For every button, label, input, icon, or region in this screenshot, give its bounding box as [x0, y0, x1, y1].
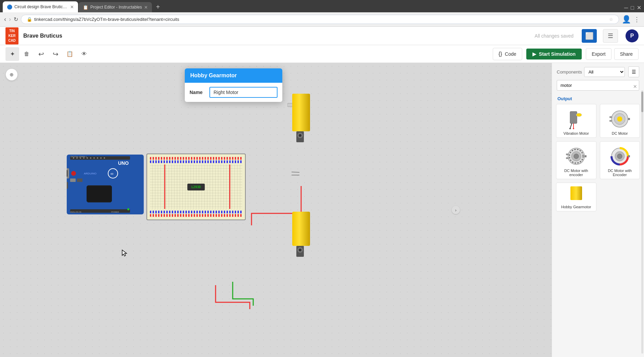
app-header: TINKERCAD Brave Bruticus All changes sav… [0, 27, 644, 45]
scrollbar-track[interactable] [641, 90, 643, 354]
popup-title: Hobby Gearmotor [190, 72, 237, 78]
main-area: ⊕ Hobby Gearmotor Name [0, 63, 644, 357]
code-label: Code [505, 51, 516, 57]
dc-motor-encoder1-card[interactable]: DC Motor with encoder [556, 141, 596, 179]
refresh-button[interactable]: ↻ [14, 16, 18, 23]
svg-point-29 [97, 157, 98, 159]
components-scroll-area[interactable]: Output [552, 94, 644, 357]
list-view-button[interactable]: ☰ [603, 29, 618, 43]
svg-rect-19 [87, 186, 112, 202]
svg-rect-62 [566, 157, 569, 159]
svg-rect-44 [570, 111, 577, 123]
list-toggle-icon: ☰ [632, 69, 636, 75]
svg-point-37 [127, 208, 129, 210]
svg-rect-40 [292, 212, 310, 246]
svg-point-36 [71, 171, 76, 176]
search-clear-icon[interactable]: ✕ [633, 84, 637, 89]
export-button[interactable]: Export [586, 48, 611, 60]
svg-rect-54 [609, 116, 612, 118]
svg-rect-13 [67, 170, 67, 177]
components-grid: Vibration Motor [556, 103, 640, 215]
svg-text:POWER: POWER [111, 211, 119, 213]
tab2-close[interactable]: ✕ [144, 5, 148, 10]
svg-rect-66 [628, 155, 630, 157]
lock-icon: 🔒 [27, 17, 32, 22]
filter-select-row: All [584, 67, 625, 77]
components-header-row: Components All ☰ [552, 63, 644, 79]
dc-motor-encoder2-card[interactable]: DC Motor with Encoder [600, 141, 640, 179]
tab2-favicon: 📋 [83, 5, 88, 10]
redo-button[interactable]: ↪ [49, 47, 62, 61]
start-simulation-button[interactable]: ▶ Start Simulation [526, 49, 582, 60]
forward-button[interactable]: › [9, 16, 11, 23]
vibration-motor-icon [564, 108, 588, 130]
menu-icon[interactable]: ⋮ [634, 16, 640, 23]
svg-rect-35 [77, 178, 82, 182]
circuit-view-button[interactable]: ⬜ [582, 29, 597, 43]
component-popup: Hobby Gearmotor Name [185, 68, 282, 102]
vibration-motor-card[interactable]: Vibration Motor [556, 104, 596, 138]
list-view-toggle[interactable]: ☰ [628, 66, 639, 77]
list-view-icon: ☰ [608, 32, 613, 40]
close-window-button[interactable]: ✕ [637, 4, 641, 11]
play-icon: ▶ [532, 51, 536, 57]
maximize-button[interactable]: □ [631, 5, 634, 11]
scrollbar-thumb[interactable] [641, 92, 643, 112]
undo-button[interactable]: ↩ [34, 47, 48, 61]
note-button[interactable]: 📋 [63, 47, 77, 61]
minimize-button[interactable]: ─ [624, 5, 628, 11]
browser-chrome: 🔵 Circuit design Brave Bruticus | Ti... … [0, 0, 644, 12]
dc-motor-card[interactable]: DC Motor [600, 104, 640, 138]
dc-motor-encoder2-icon [608, 145, 632, 167]
svg-text:ARDUINO: ARDUINO [84, 172, 96, 175]
svg-rect-55 [609, 120, 612, 122]
tab2-title: Project Editor - Instructables [90, 5, 142, 10]
svg-point-31 [104, 157, 105, 159]
tinkercad-logo: TINKERCAD [5, 27, 18, 44]
dc-motor-label: DC Motor [612, 131, 628, 135]
active-tab[interactable]: 🔵 Circuit design Brave Bruticus | Ti... … [3, 1, 78, 12]
canvas-area[interactable]: ⊕ Hobby Gearmotor Name [0, 63, 552, 357]
svg-rect-14 [67, 182, 68, 189]
user-avatar[interactable]: P [626, 29, 639, 42]
breadboard[interactable]: L293D [146, 154, 246, 220]
shapes-tool-button[interactable]: ✦ [5, 47, 19, 61]
export-label: Export [592, 51, 605, 57]
components-filter-select[interactable]: All [584, 67, 625, 77]
bookmark-icon[interactable]: ☆ [609, 17, 613, 22]
zoom-control[interactable]: ⊕ [5, 68, 18, 81]
collapse-panel-button[interactable]: › [452, 206, 460, 214]
dc-motor-encoder1-icon [564, 145, 588, 167]
component-search-input[interactable] [557, 80, 639, 91]
component-name-input[interactable] [209, 87, 278, 98]
dc-motor-encoder1-label: DC Motor with encoder [558, 169, 594, 177]
tab1-close[interactable]: ✕ [70, 4, 74, 10]
undo-icon: ↩ [38, 50, 44, 58]
profile-icon[interactable]: 👤 [622, 15, 631, 24]
motor-top-component[interactable] [287, 94, 315, 150]
svg-text:∞: ∞ [111, 171, 114, 176]
address-bar-row: ‹ › ↻ 🔒 tinkercad.com/things/aZ7bVcZyOTm… [0, 12, 644, 27]
svg-rect-7 [292, 94, 310, 131]
svg-point-43 [299, 249, 301, 251]
share-button[interactable]: Share [614, 48, 639, 60]
hobby-gearmotor-card[interactable]: Hobby Gearmotor [556, 183, 596, 211]
motor-bottom-component[interactable] [287, 212, 315, 268]
back-button[interactable]: ‹ [4, 16, 6, 23]
svg-point-52 [617, 116, 622, 122]
hobby-gearmotor-icon [564, 186, 588, 203]
visibility-button[interactable]: 👁 [77, 47, 91, 61]
code-button[interactable]: {} Code [493, 48, 522, 60]
svg-rect-34 [70, 178, 76, 182]
start-sim-label: Start Simulation [539, 51, 576, 57]
tab1-title: Circuit design Brave Bruticus | Ti... [14, 4, 68, 9]
address-bar[interactable]: 🔒 tinkercad.com/things/aZ7bVcZyOTm-brave… [21, 15, 619, 24]
search-row: ✕ [552, 79, 644, 94]
new-tab-button[interactable]: + [153, 2, 164, 12]
motor-top-svg [287, 94, 315, 148]
arduino-board[interactable]: UNO ∞ DIGITAL (PWM~) [67, 155, 145, 219]
inactive-tab[interactable]: 📋 Project Editor - Instructables ✕ [79, 2, 152, 12]
note-icon: 📋 [66, 51, 73, 57]
delete-tool-button[interactable]: 🗑 [20, 47, 34, 61]
all-changes-saved: All changes saved [534, 33, 574, 39]
